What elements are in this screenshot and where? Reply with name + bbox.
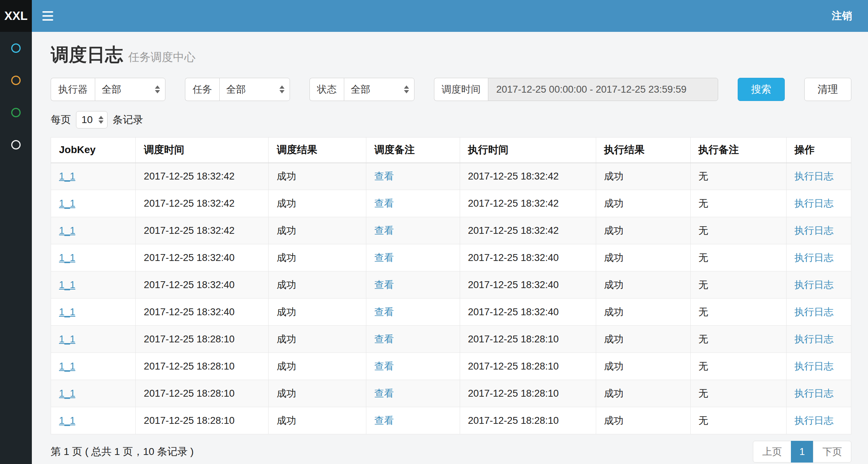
- jobkey-link[interactable]: 1_1: [59, 388, 75, 399]
- dispatch-log-table: JobKey调度时间调度结果调度备注执行时间执行结果执行备注操作 1_12017…: [51, 137, 851, 434]
- handle-msg-cell: 无: [690, 299, 786, 326]
- jobkey-link[interactable]: 1_1: [59, 198, 75, 209]
- trigger-msg-link-cell: 查看: [366, 190, 460, 217]
- sidebar-item-1[interactable]: [0, 32, 32, 64]
- trigger-time-cell: 2017-12-25 18:32:40: [136, 271, 269, 299]
- jobkey-link[interactable]: 1_1: [59, 171, 75, 182]
- jobkey-link[interactable]: 1_1: [59, 415, 75, 426]
- page-title-text: 调度日志: [51, 45, 123, 65]
- pagination-summary: 第 1 页 ( 总共 1 页，10 条记录 ): [51, 445, 194, 459]
- job-select[interactable]: 全部: [219, 78, 290, 101]
- execute-log-link[interactable]: 执行日志: [795, 225, 834, 236]
- trigger-msg-link[interactable]: 查看: [374, 198, 394, 209]
- clear-button[interactable]: 清理: [804, 78, 851, 101]
- status-label: 状态: [309, 78, 344, 101]
- execute-log-link[interactable]: 执行日志: [795, 279, 834, 290]
- sidebar-item-3[interactable]: [0, 96, 32, 128]
- jobkey-link[interactable]: 1_1: [59, 225, 75, 236]
- circle-icon: [11, 140, 21, 149]
- status-select[interactable]: 全部: [344, 78, 414, 101]
- sidebar-item-2[interactable]: [0, 64, 32, 96]
- jobkey-link[interactable]: 1_1: [59, 279, 75, 290]
- table-row: 1_12017-12-25 18:28:10成功查看2017-12-25 18:…: [51, 353, 851, 380]
- navbar-main: 注销: [32, 0, 868, 32]
- execute-log-link[interactable]: 执行日志: [795, 307, 834, 317]
- jobkey-link-cell: 1_1: [51, 217, 136, 244]
- execute-log-link[interactable]: 执行日志: [795, 334, 834, 345]
- execute-log-link[interactable]: 执行日志: [795, 252, 834, 263]
- trigger-time-cell: 2017-12-25 18:32:40: [136, 244, 269, 271]
- schedule-time-label: 调度时间: [434, 78, 488, 101]
- jobkey-link-cell: 1_1: [51, 380, 136, 407]
- execute-log-link[interactable]: 执行日志: [795, 198, 834, 209]
- column-header: JobKey: [51, 138, 136, 163]
- trigger-msg-link[interactable]: 查看: [374, 225, 394, 236]
- handle-time-cell: 2017-12-25 18:32:40: [460, 299, 596, 326]
- handle-result-cell: 成功: [596, 353, 690, 380]
- execute-log-link[interactable]: 执行日志: [795, 388, 834, 399]
- table-row: 1_12017-12-25 18:32:42成功查看2017-12-25 18:…: [51, 163, 851, 190]
- jobkey-link-cell: 1_1: [51, 407, 136, 434]
- jobkey-link-cell: 1_1: [51, 353, 136, 380]
- table-header-row: JobKey调度时间调度结果调度备注执行时间执行结果执行备注操作: [51, 138, 851, 163]
- handle-time-cell: 2017-12-25 18:28:10: [460, 353, 596, 380]
- circle-icon: [11, 43, 21, 53]
- page-title: 调度日志任务调度中心: [51, 43, 851, 67]
- main-content: 调度日志任务调度中心 执行器 全部 任务 全部 状态 全部: [32, 32, 868, 464]
- trigger-time-cell: 2017-12-25 18:28:10: [136, 380, 269, 407]
- handle-time-cell: 2017-12-25 18:28:10: [460, 326, 596, 353]
- execute-log-link-cell: 执行日志: [786, 190, 851, 217]
- jobkey-link[interactable]: 1_1: [59, 252, 75, 263]
- trigger-msg-link[interactable]: 查看: [374, 361, 394, 372]
- jobkey-link[interactable]: 1_1: [59, 361, 75, 372]
- handle-time-cell: 2017-12-25 18:32:42: [460, 190, 596, 217]
- next-page-button[interactable]: 下页: [813, 441, 851, 463]
- trigger-msg-link[interactable]: 查看: [374, 388, 394, 399]
- execute-log-link[interactable]: 执行日志: [795, 361, 834, 372]
- app-logo[interactable]: XXL: [0, 0, 32, 32]
- trigger-msg-link[interactable]: 查看: [374, 334, 394, 345]
- page-1-button[interactable]: 1: [791, 441, 813, 463]
- prev-page-button[interactable]: 上页: [753, 441, 791, 463]
- table-row: 1_12017-12-25 18:32:42成功查看2017-12-25 18:…: [51, 217, 851, 244]
- trigger-result-cell: 成功: [269, 326, 366, 353]
- trigger-msg-link[interactable]: 查看: [374, 415, 394, 426]
- trigger-msg-link-cell: 查看: [366, 407, 460, 434]
- jobkey-link[interactable]: 1_1: [59, 307, 75, 317]
- trigger-result-cell: 成功: [269, 271, 366, 299]
- sidebar-toggle-icon[interactable]: [32, 0, 64, 32]
- jobkey-link-cell: 1_1: [51, 163, 136, 190]
- execute-log-link[interactable]: 执行日志: [795, 415, 834, 426]
- trigger-msg-link[interactable]: 查看: [374, 252, 394, 263]
- handle-msg-cell: 无: [690, 271, 786, 299]
- handle-result-cell: 成功: [596, 407, 690, 434]
- trigger-msg-link[interactable]: 查看: [374, 279, 394, 290]
- trigger-msg-link-cell: 查看: [366, 326, 460, 353]
- sidebar-item-4[interactable]: [0, 128, 32, 161]
- handle-result-cell: 成功: [596, 380, 690, 407]
- handle-msg-cell: 无: [690, 217, 786, 244]
- page-size-select[interactable]: 10: [76, 111, 108, 128]
- table-row: 1_12017-12-25 18:28:10成功查看2017-12-25 18:…: [51, 407, 851, 434]
- job-select-value: 全部: [226, 83, 246, 96]
- search-button[interactable]: 搜索: [738, 78, 785, 101]
- execute-log-link-cell: 执行日志: [786, 407, 851, 434]
- trigger-msg-link[interactable]: 查看: [374, 171, 394, 182]
- jobkey-link[interactable]: 1_1: [59, 334, 75, 345]
- executor-label: 执行器: [51, 78, 95, 101]
- page-size-value: 10: [81, 114, 93, 126]
- trigger-msg-link[interactable]: 查看: [374, 307, 394, 317]
- schedule-time-input[interactable]: [488, 78, 718, 101]
- executor-select[interactable]: 全部: [95, 78, 165, 101]
- execute-log-link[interactable]: 执行日志: [795, 171, 834, 182]
- trigger-time-cell: 2017-12-25 18:32:42: [136, 163, 269, 190]
- sidebar: [0, 32, 32, 464]
- column-header: 调度结果: [269, 138, 366, 163]
- handle-msg-cell: 无: [690, 163, 786, 190]
- trigger-result-cell: 成功: [269, 244, 366, 271]
- handle-result-cell: 成功: [596, 271, 690, 299]
- select-arrows-icon: [98, 116, 104, 124]
- handle-msg-cell: 无: [690, 326, 786, 353]
- execute-log-link-cell: 执行日志: [786, 217, 851, 244]
- logout-link[interactable]: 注销: [816, 0, 868, 32]
